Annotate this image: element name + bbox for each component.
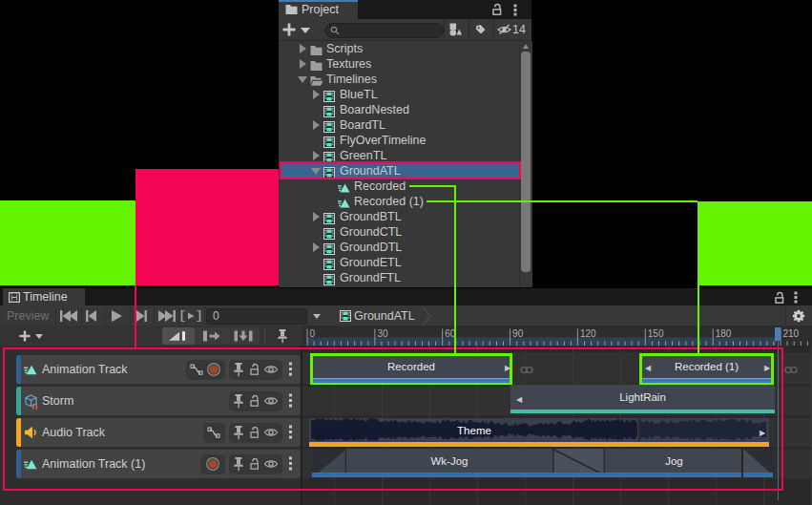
svg-text:210: 210 bbox=[783, 328, 800, 339]
svg-text:30: 30 bbox=[377, 328, 388, 339]
svg-text:0: 0 bbox=[310, 328, 316, 339]
svg-text:150: 150 bbox=[648, 328, 664, 339]
svg-text:90: 90 bbox=[512, 328, 524, 339]
svg-text:180: 180 bbox=[716, 328, 732, 339]
svg-text:120: 120 bbox=[580, 328, 596, 339]
